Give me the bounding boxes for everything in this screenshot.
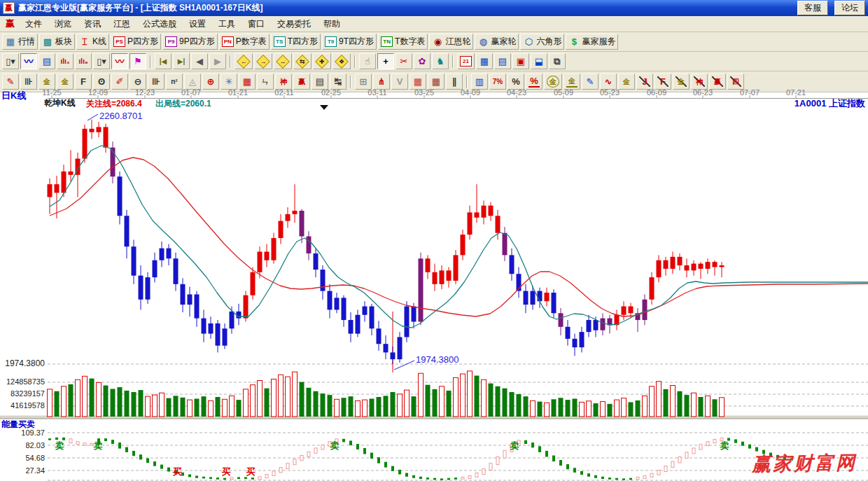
expand-all-button-icon: ❖ bbox=[335, 55, 349, 69]
gold-lines-tool[interactable]: 金 bbox=[564, 74, 580, 90]
sectors[interactable]: ▩板块 bbox=[39, 34, 75, 50]
move-all-button[interactable]: ✚ bbox=[313, 53, 331, 69]
shift-right-button[interactable]: → bbox=[254, 53, 272, 69]
brush-tool[interactable]: ✐ bbox=[111, 74, 128, 90]
grid-tool-1[interactable]: ▦ bbox=[410, 74, 426, 90]
gold-gann-2[interactable]: 金 bbox=[57, 74, 74, 90]
measure-tool[interactable]: ✂ bbox=[396, 53, 412, 69]
pattern-blue-tool[interactable]: 〰 bbox=[20, 53, 37, 69]
gold-angle-tool[interactable]: 金 bbox=[673, 74, 690, 90]
menu-item-5[interactable]: 公式选股 bbox=[136, 17, 183, 32]
kline[interactable]: ⌶K线 bbox=[76, 34, 109, 50]
winner-service[interactable]: $赢家服务 bbox=[566, 34, 618, 50]
flag-tool[interactable]: ⚑ bbox=[130, 53, 146, 69]
purple-pattern-tool[interactable]: ✿ bbox=[414, 53, 430, 69]
bars-3-tool[interactable]: ılı₃ bbox=[57, 53, 74, 69]
expand-horizontal-button[interactable]: ↔ bbox=[274, 53, 292, 69]
tick-ruler-2[interactable]: ⊪ bbox=[148, 74, 164, 90]
menu-item-8[interactable]: 窗口 bbox=[241, 17, 271, 32]
fib-tool[interactable]: F bbox=[75, 74, 92, 90]
shen-ruler[interactable]: 神 bbox=[275, 74, 292, 90]
t-number-table[interactable]: TNT数字表 bbox=[378, 34, 428, 50]
tick-ruler-1[interactable]: ⊪ bbox=[20, 74, 37, 90]
marker-tool[interactable]: ✎ bbox=[582, 74, 598, 90]
box-select-tool[interactable]: ⊞ bbox=[355, 74, 372, 90]
width-measure[interactable]: ↹ bbox=[330, 74, 346, 90]
t-square[interactable]: TST四方形 bbox=[271, 34, 321, 50]
hexagon[interactable]: ⬡六角形 bbox=[520, 34, 564, 50]
forum-button[interactable]: 论坛 bbox=[834, 1, 865, 15]
bars-compare-tool[interactable]: ▥ bbox=[471, 74, 488, 90]
percent-tool[interactable]: % bbox=[507, 74, 524, 90]
winner-wheel[interactable]: ◍赢家轮 bbox=[475, 34, 519, 50]
menu-item-9[interactable]: 交易委托 bbox=[271, 17, 317, 32]
dragon-pattern-tool[interactable]: ♞ bbox=[432, 53, 449, 69]
next-page-button[interactable]: ▶ bbox=[209, 53, 226, 69]
spiral-tool[interactable]: ʘ bbox=[93, 74, 110, 90]
compass-tool[interactable]: ⊕ bbox=[202, 74, 219, 90]
gold-plain-tool[interactable]: 金 bbox=[618, 74, 635, 90]
window-chrome: 赢 赢家江恩专业版[赢家服务平台] - [上证指数 SH1A0001-167日K… bbox=[0, 0, 868, 92]
star-grid-tool[interactable]: ✳ bbox=[220, 74, 237, 90]
four-angle-tool[interactable]: 四 bbox=[727, 74, 744, 90]
service-button[interactable]: 客服 bbox=[797, 1, 828, 15]
candle-style-dropdown[interactable]: ▯▾ bbox=[2, 53, 19, 69]
menu-item-2[interactable]: 浏览 bbox=[48, 17, 78, 32]
hand-tool[interactable]: ☝ bbox=[359, 53, 376, 69]
print-tool[interactable]: ⧉ bbox=[549, 53, 566, 69]
bars-9-tool[interactable]: ılı₉ bbox=[75, 53, 92, 69]
shift-left-button[interactable]: ← bbox=[234, 53, 253, 69]
wave-tool[interactable]: ∿ bbox=[600, 74, 617, 90]
market-quotes[interactable]: ▦行情 bbox=[2, 34, 38, 50]
pattern-red-tool[interactable]: 〰 bbox=[111, 53, 128, 69]
parallel-lines-tool[interactable]: ∥ bbox=[446, 74, 463, 90]
fan-lines-tool[interactable]: ⋔ bbox=[373, 74, 390, 90]
candle-style-2[interactable]: ▯▾ bbox=[93, 53, 110, 69]
gold-circle-tool[interactable]: 金 bbox=[544, 74, 562, 90]
square-grid-tool[interactable]: ▦ bbox=[239, 74, 255, 90]
p-square[interactable]: PSP四方形 bbox=[111, 34, 161, 50]
j-angle-tool[interactable]: J bbox=[636, 74, 653, 90]
menu-item-10[interactable]: 帮助 bbox=[317, 17, 346, 32]
seven-percent-tool[interactable]: 7% bbox=[489, 74, 506, 90]
menu-item-6[interactable]: 设置 bbox=[183, 17, 212, 32]
save-tool[interactable]: ▣ bbox=[512, 53, 529, 69]
9p-square[interactable]: P99P四方形 bbox=[162, 34, 218, 50]
gann-wheel[interactable]: ◉江恩轮 bbox=[429, 34, 473, 50]
gold-gann-1[interactable]: 金 bbox=[38, 74, 55, 90]
p-number-table[interactable]: PNP数字表 bbox=[219, 34, 270, 50]
calendar-tool[interactable]: 21 bbox=[457, 53, 475, 69]
n-square-tool[interactable]: n² bbox=[166, 74, 183, 90]
screen-tool[interactable]: ⬓ bbox=[531, 53, 547, 69]
zigzag-tool[interactable]: V bbox=[391, 74, 408, 90]
last-page-button[interactable]: ▶| bbox=[173, 53, 190, 69]
triangle-tool-icon: ◬ bbox=[187, 76, 198, 87]
circle-ruler[interactable]: ⊖ bbox=[130, 74, 146, 90]
menu-item-4[interactable]: 江恩 bbox=[107, 17, 136, 32]
compress-horizontal-button[interactable]: ⇆ bbox=[293, 53, 312, 69]
menu-item-1[interactable]: 文件 bbox=[19, 17, 48, 32]
triangle-tool[interactable]: ◬ bbox=[184, 74, 201, 90]
pen-tool[interactable]: ✎ bbox=[2, 74, 19, 90]
calculator-tool[interactable]: ▦ bbox=[476, 53, 493, 69]
percent-line-tool[interactable]: % bbox=[526, 74, 542, 90]
menu-item-3[interactable]: 资讯 bbox=[78, 17, 107, 32]
menu-item-7[interactable]: 工具 bbox=[212, 17, 241, 32]
first-page-button[interactable]: |◀ bbox=[155, 53, 172, 69]
ruler-123[interactable]: ▤ bbox=[312, 74, 328, 90]
9t-square[interactable]: T99T四方形 bbox=[322, 34, 377, 50]
angle-marks-tool[interactable]: ㄣ bbox=[257, 74, 274, 90]
ying-angle-tool[interactable]: 赢 bbox=[709, 74, 726, 90]
crosshair-tool[interactable]: + bbox=[377, 53, 394, 69]
ying-ruler[interactable]: 赢 bbox=[293, 74, 310, 90]
notes-tool[interactable]: ▤ bbox=[494, 53, 511, 69]
square-grid-tool-icon: ▦ bbox=[241, 76, 253, 87]
p-square-label: P四方形 bbox=[127, 36, 158, 48]
t-square-icon: TS bbox=[274, 36, 286, 47]
f-angle-tool[interactable]: F bbox=[654, 74, 671, 90]
grid-tool-2[interactable]: ▦ bbox=[428, 74, 444, 90]
expand-all-button[interactable]: ❖ bbox=[332, 53, 351, 69]
shen-angle-tool[interactable]: 神 bbox=[691, 74, 708, 90]
prev-page-button[interactable]: ◀ bbox=[191, 53, 208, 69]
info-doc[interactable]: ▤ bbox=[38, 53, 55, 69]
